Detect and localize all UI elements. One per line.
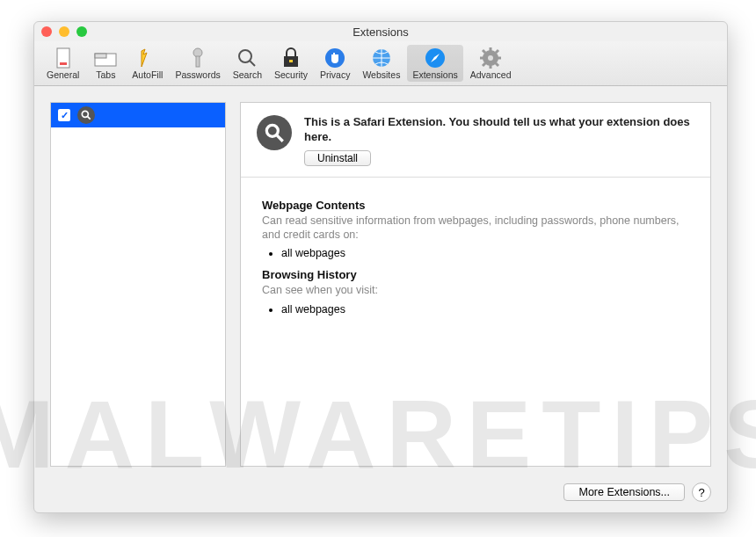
tab-extensions[interactable]: Extensions bbox=[407, 45, 462, 82]
tab-label: Extensions bbox=[412, 69, 457, 80]
extensions-list: ✓ bbox=[50, 102, 226, 467]
gear-icon bbox=[479, 47, 502, 69]
tab-autofill[interactable]: AutoFill bbox=[127, 45, 168, 82]
svg-rect-1 bbox=[60, 62, 67, 65]
titlebar: Extensions bbox=[34, 22, 727, 41]
svg-rect-3 bbox=[95, 54, 106, 58]
tab-label: Privacy bbox=[320, 69, 350, 80]
general-icon bbox=[52, 47, 75, 69]
tab-label: Search bbox=[233, 69, 262, 80]
permission-list: all webpages bbox=[281, 303, 689, 316]
help-button[interactable]: ? bbox=[692, 483, 711, 502]
tab-privacy[interactable]: Privacy bbox=[315, 45, 355, 82]
tab-security[interactable]: Security bbox=[269, 45, 313, 82]
svg-line-7 bbox=[250, 61, 255, 66]
autofill-icon bbox=[136, 47, 159, 69]
tab-label: General bbox=[47, 69, 79, 80]
footer: More Extensions... ? bbox=[34, 483, 727, 512]
tab-passwords[interactable]: Passwords bbox=[170, 45, 225, 82]
tab-label: AutoFill bbox=[132, 69, 163, 80]
more-extensions-button[interactable]: More Extensions... bbox=[563, 483, 685, 501]
svg-rect-9 bbox=[289, 60, 293, 62]
extension-description: This is a Safari Extension. You should t… bbox=[304, 115, 694, 145]
permission-item: all webpages bbox=[281, 303, 689, 316]
tab-label: Security bbox=[274, 69, 308, 80]
lock-icon bbox=[280, 47, 302, 69]
search-icon bbox=[257, 115, 292, 150]
permission-title: Browsing History bbox=[262, 268, 689, 281]
tab-label: Passwords bbox=[175, 69, 220, 80]
permission-item: all webpages bbox=[281, 247, 689, 259]
svg-line-26 bbox=[276, 134, 283, 142]
permission-title: Webpage Contents bbox=[262, 199, 689, 212]
detail-info: This is a Safari Extension. You should t… bbox=[304, 115, 694, 166]
detail-header: This is a Safari Extension. You should t… bbox=[241, 103, 710, 178]
svg-line-20 bbox=[496, 63, 498, 66]
permission-list: all webpages bbox=[281, 247, 689, 259]
svg-line-24 bbox=[87, 116, 91, 120]
tab-general[interactable]: General bbox=[41, 45, 84, 82]
svg-point-14 bbox=[488, 55, 493, 61]
hand-icon bbox=[323, 47, 346, 69]
extension-checkbox[interactable]: ✓ bbox=[58, 109, 70, 121]
uninstall-button[interactable]: Uninstall bbox=[304, 150, 371, 166]
tab-search[interactable]: Search bbox=[228, 45, 267, 82]
svg-line-19 bbox=[483, 50, 485, 53]
svg-rect-5 bbox=[196, 56, 200, 67]
tab-label: Websites bbox=[362, 69, 400, 80]
search-icon bbox=[236, 47, 258, 69]
tabs-icon bbox=[94, 47, 117, 69]
content-area: ✓ This is a Safari Extension. You should… bbox=[34, 86, 727, 483]
permission-text: Can see when you visit: bbox=[262, 283, 689, 297]
preferences-toolbar: General Tabs AutoFill Passwords bbox=[34, 41, 727, 86]
extension-list-item[interactable]: ✓ bbox=[51, 103, 225, 127]
window-title: Extensions bbox=[34, 25, 727, 39]
search-icon bbox=[77, 106, 95, 124]
tab-label: Advanced bbox=[470, 69, 512, 80]
extension-detail: This is a Safari Extension. You should t… bbox=[240, 102, 711, 467]
svg-point-6 bbox=[239, 50, 251, 62]
tab-websites[interactable]: Websites bbox=[357, 45, 405, 82]
key-icon bbox=[186, 47, 209, 69]
svg-line-21 bbox=[483, 63, 485, 66]
compass-icon bbox=[424, 47, 447, 69]
tab-label: Tabs bbox=[96, 69, 115, 80]
tab-tabs[interactable]: Tabs bbox=[86, 45, 125, 82]
tab-advanced[interactable]: Advanced bbox=[465, 45, 517, 82]
permissions-section: Webpage Contents Can read sensitive info… bbox=[241, 178, 710, 342]
permission-text: Can read sensitive information from webp… bbox=[262, 214, 689, 243]
preferences-window: Extensions General Tabs AutoFill bbox=[33, 21, 728, 513]
globe-icon bbox=[370, 47, 393, 69]
svg-line-22 bbox=[496, 50, 498, 53]
